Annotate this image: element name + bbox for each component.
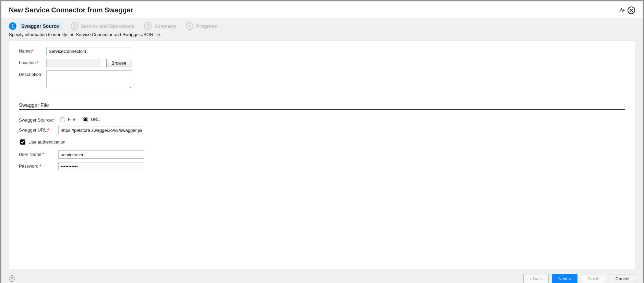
wizard-subtitle: Specify information to identify the Serv… xyxy=(1,32,643,41)
back-button[interactable]: < Back xyxy=(523,274,549,283)
row-swagger-source: Swagger Source:* File URL xyxy=(19,116,625,123)
section-swagger-file: Swagger File xyxy=(19,102,625,108)
section-divider xyxy=(19,109,625,110)
modal-header: New Service Connector from Swagger xyxy=(1,1,643,18)
radio-url[interactable]: URL xyxy=(81,116,100,122)
cancel-button[interactable]: Cancel xyxy=(610,274,635,283)
radio-file[interactable]: File xyxy=(58,116,75,122)
finish-button[interactable]: Finish xyxy=(581,274,606,283)
radio-file-input[interactable] xyxy=(60,117,65,122)
user-name-input[interactable] xyxy=(58,150,144,159)
name-input[interactable] xyxy=(46,47,132,55)
wizard-steps: 1 Swagger Source 2 Service and Operation… xyxy=(1,18,643,32)
row-use-auth[interactable]: Use authentication xyxy=(19,138,625,146)
footer: ? < Back Next > Finish Cancel xyxy=(1,269,643,283)
step-label-1: Swagger Source xyxy=(19,23,61,30)
use-auth-checkbox[interactable] xyxy=(20,139,25,145)
modal-title: New Service Connector from Swagger xyxy=(9,6,133,14)
user-name-label: User Name:* xyxy=(19,150,58,157)
row-swagger-url: Swagger URL:* xyxy=(19,126,625,134)
row-description: Description: xyxy=(19,70,625,88)
location-input[interactable] xyxy=(46,59,99,67)
swagger-url-label: Swagger URL:* xyxy=(19,126,58,133)
radio-url-label: URL xyxy=(91,117,100,122)
row-name: Name:* xyxy=(19,47,625,55)
step-label-4: Progress xyxy=(196,23,217,29)
close-icon[interactable] xyxy=(628,7,635,14)
description-label: Description: xyxy=(19,70,46,77)
radio-url-input[interactable] xyxy=(83,117,88,122)
step-label-3: Summary xyxy=(154,23,176,29)
step-number-3: 3 xyxy=(144,22,152,30)
step-number-4: 4 xyxy=(186,22,193,30)
swagger-url-input[interactable] xyxy=(58,126,144,134)
radio-file-label: File xyxy=(68,117,75,122)
swagger-source-label: Swagger Source:* xyxy=(19,116,58,123)
step-progress[interactable]: 4 Progress xyxy=(186,22,217,30)
form-panel: Name:* Location:* Browse Description: Sw… xyxy=(9,41,635,269)
step-service-operations[interactable]: 2 Service and Operations xyxy=(71,22,134,30)
step-swagger-source[interactable]: 1 Swagger Source xyxy=(9,22,61,30)
step-number-2: 2 xyxy=(71,22,78,30)
swagger-source-radios: File URL xyxy=(58,116,100,122)
step-label-2: Service and Operations xyxy=(81,23,134,29)
description-input[interactable] xyxy=(46,70,132,88)
header-controls xyxy=(619,7,635,14)
password-label: Password:* xyxy=(19,162,58,169)
row-user-name: User Name:* xyxy=(19,150,625,159)
modal-dialog: New Service Connector from Swagger 1 Swa… xyxy=(1,1,643,283)
help-icon[interactable]: ? xyxy=(9,275,15,282)
collapse-icon[interactable] xyxy=(619,8,625,13)
row-location: Location:* Browse xyxy=(19,59,625,67)
step-summary[interactable]: 3 Summary xyxy=(144,22,176,30)
password-input[interactable] xyxy=(58,162,144,170)
name-label: Name:* xyxy=(19,47,46,54)
step-number-1: 1 xyxy=(9,22,16,30)
row-password: Password:* xyxy=(19,162,625,170)
next-button[interactable]: Next > xyxy=(552,274,577,283)
footer-buttons: < Back Next > Finish Cancel xyxy=(523,274,635,283)
location-label: Location:* xyxy=(19,59,46,65)
use-auth-label: Use authentication xyxy=(28,139,65,145)
browse-button[interactable]: Browse xyxy=(106,59,131,67)
